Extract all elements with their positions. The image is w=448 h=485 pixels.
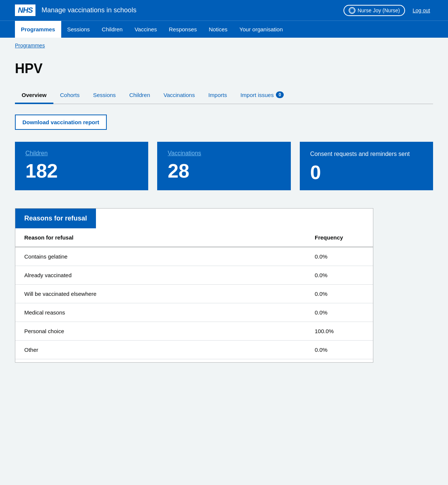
page-title: HPV	[15, 61, 433, 76]
user-icon: ◯	[349, 7, 355, 14]
nav-item-responses[interactable]: Responses	[163, 21, 203, 38]
tab-overview[interactable]: Overview	[15, 87, 53, 104]
tab-imports[interactable]: Imports	[202, 87, 234, 104]
consent-label: Consent requests and reminders sent	[310, 150, 423, 158]
refusal-frequency: 0.0%	[306, 341, 373, 359]
children-link[interactable]: Children	[25, 150, 138, 157]
breadcrumb-link[interactable]: Programmes	[15, 43, 45, 48]
refusal-frequency: 0.0%	[306, 303, 373, 322]
download-vaccination-report-button[interactable]: Download vaccination report	[15, 115, 107, 130]
table-row: Personal choice100.0%	[15, 322, 373, 341]
header: NHS Manage vaccinations in schools ◯ Nur…	[0, 0, 448, 21]
refusal-reason: Contains gelatine	[15, 247, 306, 266]
refusal-col-reason: Reason for refusal	[15, 228, 306, 247]
main-content: HPV Overview Cohorts Sessions Children V…	[0, 53, 448, 385]
nav-item-children[interactable]: Children	[96, 21, 129, 38]
nav-item-programmes[interactable]: Programmes	[15, 21, 61, 38]
tab-import-issues[interactable]: Import issues 0	[234, 87, 290, 104]
tab-vaccinations[interactable]: Vaccinations	[157, 87, 202, 104]
children-value: 182	[25, 161, 138, 181]
refusal-frequency: 0.0%	[306, 285, 373, 303]
nhs-logo: NHS	[15, 4, 35, 16]
table-row: Contains gelatine0.0%	[15, 247, 373, 266]
stat-card-children: Children 182	[15, 142, 148, 190]
table-row: Already vaccinated0.0%	[15, 266, 373, 285]
breadcrumb: Programmes	[0, 38, 448, 53]
refusal-col-frequency: Frequency	[306, 228, 373, 247]
nav-item-notices[interactable]: Notices	[203, 21, 233, 38]
stat-card-vaccinations: Vaccinations 28	[157, 142, 290, 190]
header-left: NHS Manage vaccinations in schools	[15, 4, 136, 16]
nav-item-your-organisation[interactable]: Your organisation	[233, 21, 289, 38]
refusal-reason: Other	[15, 341, 306, 359]
refusal-reason: Will be vaccinated elsewhere	[15, 285, 306, 303]
refusal-reason: Already vaccinated	[15, 266, 306, 285]
vaccinations-link[interactable]: Vaccinations	[168, 150, 280, 157]
tab-bar: Overview Cohorts Sessions Children Vacci…	[15, 87, 433, 104]
table-row: Other0.0%	[15, 341, 373, 359]
tab-import-issues-badge: 0	[276, 91, 284, 98]
tab-cohorts[interactable]: Cohorts	[53, 87, 87, 104]
user-badge: ◯ Nurse Joy (Nurse)	[343, 5, 405, 16]
refusal-frequency: 0.0%	[306, 266, 373, 285]
consent-value: 0	[310, 163, 423, 182]
nav-item-sessions[interactable]: Sessions	[61, 21, 96, 38]
refusal-reason: Medical reasons	[15, 303, 306, 322]
tab-children[interactable]: Children	[122, 87, 157, 104]
header-right: ◯ Nurse Joy (Nurse) Log out	[343, 5, 433, 16]
refusal-frequency: 100.0%	[306, 322, 373, 341]
tab-sessions[interactable]: Sessions	[86, 87, 122, 104]
nav-item-vaccines[interactable]: Vaccines	[128, 21, 163, 38]
refusal-table: Reason for refusal Frequency Contains ge…	[15, 228, 373, 359]
header-title: Manage vaccinations in schools	[41, 6, 136, 14]
tab-import-issues-label: Import issues	[240, 92, 274, 98]
refusal-section: Reasons for refusal Reason for refusal F…	[15, 208, 373, 363]
refusal-section-title: Reasons for refusal	[15, 209, 96, 228]
table-row: Will be vaccinated elsewhere0.0%	[15, 285, 373, 303]
refusal-frequency: 0.0%	[306, 247, 373, 266]
refusal-reason: Personal choice	[15, 322, 306, 341]
vaccinations-value: 28	[168, 161, 280, 181]
stats-row: Children 182 Vaccinations 28 Consent req…	[15, 142, 433, 190]
stat-card-consent: Consent requests and reminders sent 0	[300, 142, 433, 190]
main-nav: Programmes Sessions Children Vaccines Re…	[0, 21, 448, 38]
logout-button[interactable]: Log out	[410, 6, 433, 15]
user-name: Nurse Joy (Nurse)	[358, 7, 400, 13]
table-row: Medical reasons0.0%	[15, 303, 373, 322]
